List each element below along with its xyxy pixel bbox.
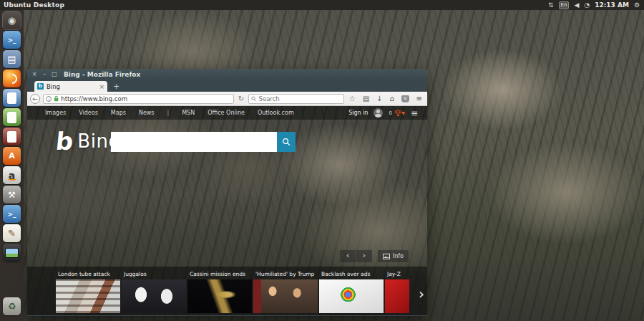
news-card-title: London tube attack [56,269,120,279]
news-card[interactable]: 'Humiliated' by Trump [253,269,318,315]
bing-search-input[interactable] [111,132,277,152]
image-next-button[interactable]: › [356,250,372,262]
launcher-item-files[interactable]: ▤ [3,50,21,68]
window-maximize-button[interactable]: □ [51,71,58,78]
reload-icon[interactable]: ↻ [237,95,245,102]
search-icon [251,96,256,102]
network-icon[interactable]: ⇅ [548,2,554,9]
bing-menu-icon[interactable]: ≡ [411,108,417,118]
bing-search-button[interactable] [277,132,296,152]
launcher-item-amazon[interactable]: a [3,166,21,184]
panel-app-title: Ubuntu Desktop [4,1,64,9]
news-card-image[interactable] [253,279,318,313]
launcher-item-libreoffice-writer[interactable] [3,89,21,107]
window-titlebar[interactable]: × – □ Bing - Mozilla Firefox [27,69,427,80]
bing-logo-mark: b [54,130,74,152]
launcher-item-text-editor[interactable]: ✎ [3,224,21,242]
volume-icon[interactable]: ◀ [574,2,579,9]
launcher-item-terminal-2[interactable]: >_ [3,205,21,223]
toolbar-search-input[interactable] [259,95,341,102]
nav-link-office-online[interactable]: Office Online [208,110,245,116]
session-menu-icon[interactable]: ⚙ [634,2,640,9]
window-minimize-button[interactable]: – [41,71,48,78]
url-input[interactable] [61,95,230,102]
padlock-icon [54,95,59,102]
launcher-item-ubuntu-software[interactable]: A [3,147,21,165]
launcher-item-libreoffice-calc[interactable] [3,108,21,126]
news-card[interactable]: Backlash over ads [319,269,384,315]
launcher-item-terminal[interactable]: >_ [3,31,21,49]
news-card-image[interactable] [122,279,186,313]
site-info-icon[interactable]: i [46,96,52,102]
news-card[interactable]: Cassini mission ends [187,269,252,315]
rewards-counter[interactable]: 0 🏆︎▾ [389,110,405,117]
nav-link-videos[interactable]: Videos [79,110,98,116]
browser-tab-bing[interactable]: b Bing × [34,81,107,92]
bing-search-box[interactable] [111,132,296,152]
news-card-title: 'Humiliated' by Trump [253,269,318,279]
news-card[interactable]: London tube attack [56,269,120,315]
pocket-icon[interactable]: v [401,95,409,102]
nav-link-msn[interactable]: MSN [182,110,195,116]
bing-top-nav: ImagesVideosMapsNews|MSNOffice OnlineOut… [27,106,427,120]
new-tab-button[interactable]: + [113,81,119,92]
news-card-title: Backlash over ads [319,269,384,279]
news-carousel: London tube attackJuggalosCassini missio… [27,267,427,315]
image-info-label: Info [393,253,404,259]
launcher-item-dash-home[interactable]: ◉ [3,11,21,29]
top-panel: Ubuntu Desktop ⇅ En ◀ ◔ 12:13 AM ⚙ [0,0,644,10]
launcher-item-screenshot[interactable] [3,244,21,262]
news-card-title: Jay-Z [385,269,409,279]
tab-label: Bing [47,83,96,90]
news-card-title: Cassini mission ends [187,269,252,279]
bookmarks-menu-icon[interactable]: ▤ [361,92,371,105]
image-carousel-controls: ‹ › Info [339,250,409,262]
bookmark-star-icon[interactable]: ☆ [347,92,358,105]
launcher-item-libreoffice-impress[interactable] [3,128,21,145]
url-bar[interactable]: i [43,94,234,104]
unity-launcher: ◉>_▤Aa⚒>_✎♻ [0,10,24,321]
tab-strip: b Bing × + [27,80,427,92]
firefox-window: × – □ Bing - Mozilla Firefox b Bing × + … [27,69,427,316]
bing-favicon: b [37,83,44,90]
news-card-image[interactable] [319,279,384,313]
news-card[interactable]: Juggalos [122,269,186,315]
avatar[interactable] [374,108,383,118]
launcher-item-system-settings[interactable]: ⚒ [3,186,21,203]
news-card-title: Juggalos [122,269,186,279]
image-info-button[interactable]: Info [378,250,409,262]
nav-link-images[interactable]: Images [45,110,66,116]
tab-close-icon[interactable]: × [99,83,104,90]
nav-link-news[interactable]: News [139,110,155,116]
bing-page: ImagesVideosMapsNews|MSNOffice OnlineOut… [27,106,427,315]
window-close-button[interactable]: × [31,71,38,78]
news-card[interactable]: Jay-Z [385,269,409,315]
image-prev-button[interactable]: ‹ [340,250,356,262]
news-card-image[interactable] [56,279,120,313]
clock[interactable]: 12:13 AM [595,1,629,9]
home-icon[interactable]: ⌂ [387,92,396,105]
image-icon [383,254,390,259]
rewards-count: 0 [389,110,391,116]
back-button[interactable]: ← [30,94,40,104]
launcher-item-firefox[interactable] [3,70,21,87]
magnifier-icon [282,138,291,146]
downloads-icon[interactable]: ↓ [374,92,384,105]
messages-icon[interactable]: ◔ [584,2,590,9]
nav-link-outlook-com[interactable]: Outlook.com [258,110,294,116]
news-card-image[interactable] [187,279,252,313]
navigation-toolbar: ← i ↻ ☆ ▤ ↓ ⌂ v ≡ [27,92,427,106]
nav-link-maps[interactable]: Maps [111,110,126,116]
sign-in-link[interactable]: Sign in [348,110,368,116]
news-card-image[interactable] [385,279,409,313]
carousel-next-icon[interactable]: › [419,285,424,302]
launcher-item-trash[interactable]: ♻ [3,297,21,315]
nav-separator: | [167,110,170,116]
keyboard-indicator[interactable]: En [559,1,570,9]
trophy-icon: 🏆︎▾ [394,110,405,117]
window-title: Bing - Mozilla Firefox [64,71,140,78]
menu-hamburger-icon[interactable]: ≡ [414,92,424,105]
toolbar-search[interactable] [248,94,343,104]
